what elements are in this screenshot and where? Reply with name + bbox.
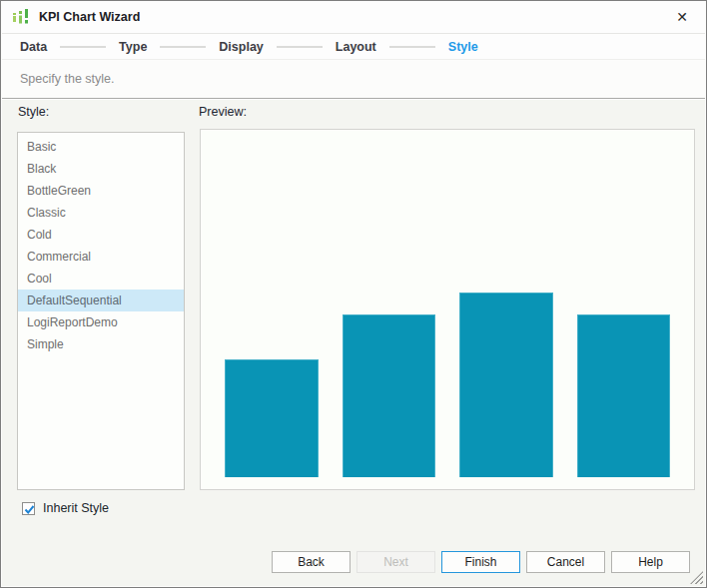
preview-bar — [577, 314, 671, 477]
cancel-button[interactable]: Cancel — [526, 551, 605, 573]
style-list-label: Style: — [18, 105, 49, 119]
style-option-basic[interactable]: Basic — [18, 136, 184, 158]
style-option-black[interactable]: Black — [18, 158, 184, 180]
step-data[interactable]: Data — [20, 40, 47, 54]
title-bar: KPI Chart Wizard ✕ — [2, 1, 705, 34]
check-icon — [23, 503, 36, 516]
inherit-style-row[interactable]: Inherit Style — [22, 501, 109, 515]
style-option-defaultsequential[interactable]: DefaultSequential — [18, 290, 184, 311]
style-option-simple[interactable]: Simple — [18, 333, 184, 355]
footer-buttons: BackNextFinishCancelHelp — [272, 551, 690, 573]
preview-bar — [225, 359, 319, 477]
finish-button[interactable]: Finish — [441, 551, 520, 573]
step-connector — [389, 46, 435, 48]
step-description: Specify the style. — [20, 72, 115, 86]
next-button[interactable]: Next — [356, 551, 435, 573]
style-option-cold[interactable]: Cold — [18, 224, 184, 246]
preview-label: Preview: — [199, 105, 247, 119]
inherit-style-label: Inherit Style — [43, 501, 109, 515]
style-option-classic[interactable]: Classic — [18, 202, 184, 224]
style-option-logireportdemo[interactable]: LogiReportDemo — [18, 311, 184, 333]
subtitle-band: Specify the style. — [2, 59, 705, 99]
window-title: KPI Chart Wizard — [39, 10, 140, 24]
chart-wizard-icon — [12, 8, 30, 26]
preview-bars — [225, 293, 670, 477]
style-option-bottlegreen[interactable]: BottleGreen — [18, 180, 184, 202]
step-style[interactable]: Style — [448, 40, 478, 54]
kpi-chart-wizard-dialog: KPI Chart Wizard ✕ DataTypeDisplayLayout… — [0, 0, 707, 588]
preview-pane — [200, 129, 695, 490]
close-icon[interactable]: ✕ — [671, 6, 693, 28]
style-option-cool[interactable]: Cool — [18, 268, 184, 290]
step-connector — [277, 46, 323, 48]
step-connector — [160, 46, 206, 48]
style-list[interactable]: BasicBlackBottleGreenClassicColdCommerci… — [17, 132, 185, 490]
inherit-style-checkbox[interactable] — [22, 502, 35, 515]
step-display[interactable]: Display — [219, 40, 263, 54]
step-type[interactable]: Type — [119, 40, 147, 54]
content-area: Style: Preview: BasicBlackBottleGreenCla… — [2, 100, 705, 586]
preview-bar — [459, 293, 553, 477]
step-connector — [60, 46, 106, 48]
step-layout[interactable]: Layout — [336, 40, 376, 54]
preview-bar — [343, 314, 436, 477]
style-option-commercial[interactable]: Commercial — [18, 246, 184, 268]
resize-grip-icon[interactable] — [690, 571, 703, 584]
help-button[interactable]: Help — [611, 551, 690, 573]
wizard-steps: DataTypeDisplayLayoutStyle — [2, 35, 705, 59]
back-button[interactable]: Back — [272, 551, 351, 573]
